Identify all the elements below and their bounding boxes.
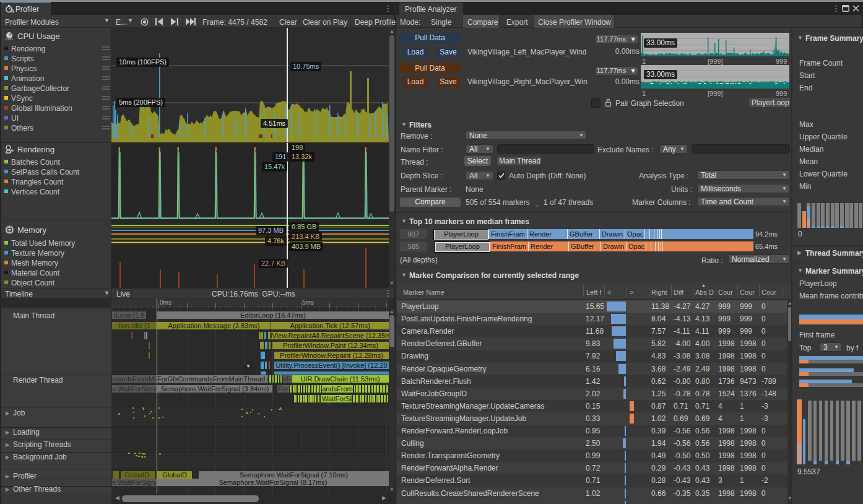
svg-text:CPU: CPU [6,37,13,40]
